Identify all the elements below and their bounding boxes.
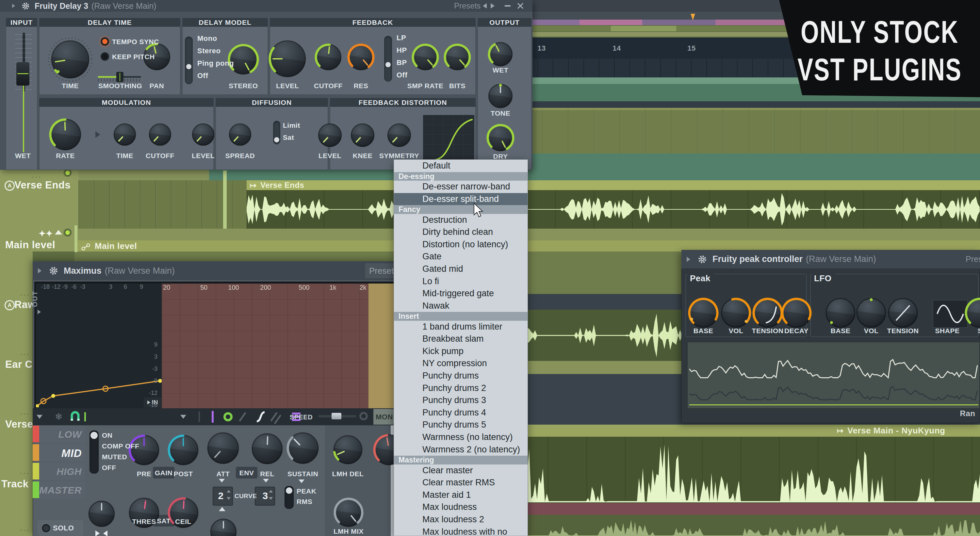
maximus-titlebar[interactable]: Maximus (Raw Verse Main) Presets (33, 261, 396, 280)
spread-knob[interactable] (225, 119, 255, 151)
menu-item[interactable]: Breakbeat slam (394, 333, 528, 345)
track-options-dots[interactable]: ... (31, 170, 41, 179)
att-stepper-arrows[interactable] (227, 490, 231, 493)
attack-knob[interactable] (204, 429, 243, 469)
peak-controller-titlebar[interactable]: Fruity peak controller (Raw Verse Main) … (681, 250, 980, 269)
overview-strip-2[interactable] (533, 26, 794, 31)
freeze-icon[interactable]: ❄ (55, 412, 62, 421)
track-options-dots[interactable]: ... (20, 347, 30, 357)
menu-item[interactable]: Dirty behind clean (394, 226, 528, 239)
menu-item[interactable]: Punchy drums 3 (394, 394, 528, 407)
menu-item[interactable]: Kick pump (394, 345, 528, 358)
pencil-tool-icon[interactable] (212, 411, 214, 423)
preset-next-icon[interactable] (491, 3, 495, 8)
delay-model-switch-ball[interactable] (186, 64, 191, 69)
menu-item[interactable]: Max loudness (394, 501, 528, 514)
smp-rate-knob[interactable] (408, 40, 442, 75)
toolbar-green-bar[interactable] (84, 412, 86, 421)
cutoff-knob[interactable] (311, 40, 345, 75)
menu-item[interactable]: Mid-triggered gate (394, 288, 528, 300)
track-options-dots[interactable]: ... (20, 406, 30, 416)
track-options-dots[interactable]: ... (20, 288, 30, 297)
menu-item[interactable]: Master aid 1 (394, 489, 528, 501)
bits-knob[interactable] (440, 40, 474, 75)
sustain-knob[interactable] (283, 429, 323, 469)
gear-icon[interactable] (21, 2, 30, 10)
menu-item[interactable]: Punchy drums 2 (394, 382, 528, 394)
symmetry-knob[interactable] (383, 119, 415, 152)
rate-knob[interactable] (46, 115, 85, 156)
menu-item[interactable]: Nawak (394, 300, 528, 312)
comp-state-switch-ball[interactable] (91, 432, 98, 439)
menu-item[interactable]: Distortion (no latency) (394, 239, 528, 251)
collapse-arrow-icon[interactable] (55, 230, 62, 234)
limit-sat-switch-ball[interactable] (274, 137, 279, 142)
overview-strip-1[interactable] (533, 20, 794, 25)
knee-knob[interactable] (347, 119, 378, 152)
release-knob[interactable] (248, 429, 286, 469)
lmh-mix-knob[interactable] (330, 494, 367, 532)
keep-pitch-radio[interactable] (100, 52, 109, 61)
plugin-menu-arrow-icon[interactable] (12, 4, 15, 8)
clip-header-verse-ends[interactable] (247, 180, 980, 191)
feedback-filter-switch-ball[interactable] (385, 62, 391, 67)
menu-item[interactable]: Punchy drums 5 (394, 419, 528, 431)
curve-stepper-up[interactable] (269, 490, 273, 493)
playhead-marker[interactable] (690, 14, 695, 20)
minimize-icon[interactable] (505, 5, 511, 6)
feedback-filter-switch[interactable] (384, 36, 392, 82)
track-options-dots[interactable]: ... (20, 523, 30, 533)
scurve-tool-icon[interactable] (254, 410, 267, 423)
feedback-level-knob[interactable] (265, 37, 310, 82)
menu-item[interactable]: Default (394, 160, 528, 172)
diffusion-level-knob[interactable] (188, 119, 218, 151)
menu-item[interactable]: Warmness 2 (no latency) (394, 444, 528, 456)
magnet-icon[interactable] (69, 411, 81, 423)
menu-item[interactable]: Destruction (394, 214, 528, 226)
att-fine-knob[interactable] (207, 515, 240, 536)
curve-stepper-dn[interactable] (269, 497, 273, 500)
plugin-menu-arrow-icon[interactable] (687, 257, 690, 262)
dist-level-knob[interactable] (314, 119, 345, 152)
post-gain-knob[interactable] (164, 431, 202, 470)
presets-button[interactable]: Presets (365, 263, 396, 278)
menu-item[interactable]: Punchy drums 4 (394, 407, 528, 419)
gear-icon[interactable] (697, 254, 707, 264)
menu-item[interactable]: Warmness (no latency) (394, 431, 528, 444)
att-stepper-arrows-dn[interactable] (227, 497, 231, 500)
speed-slider-thumb[interactable] (332, 413, 341, 419)
preset-prev-icon[interactable] (483, 3, 487, 8)
fruity-delay-titlebar[interactable]: Fruity Delay 3 (Raw Verse Main) Presets (0, 0, 533, 12)
gear-icon[interactable] (49, 266, 59, 276)
thres-knob[interactable] (125, 494, 163, 533)
menu-item[interactable]: Clear master RMS (394, 477, 528, 489)
presets-label[interactable]: Presets (454, 1, 480, 10)
tempo-sync-radio[interactable] (100, 37, 109, 46)
peak-rms-switch-ball[interactable] (286, 487, 293, 494)
menu-item[interactable]: Clear master (394, 464, 528, 477)
close-icon[interactable] (517, 3, 523, 9)
presets-label[interactable]: Presets (966, 254, 980, 264)
lmh-del-knob[interactable] (329, 431, 366, 469)
toolbar-circle-icon[interactable] (360, 412, 368, 420)
menu-item[interactable]: Max loudness 2 (394, 514, 528, 526)
menu-item[interactable]: Punchy drums (394, 370, 528, 382)
menu-item[interactable]: Gate (394, 251, 528, 263)
maximus-comp-curve[interactable] (36, 283, 162, 408)
delay-model-switch[interactable] (185, 37, 193, 84)
menu-item[interactable]: NY compression (394, 357, 528, 370)
mod-time-knob[interactable] (110, 119, 140, 151)
menu-item[interactable]: De-esser split-band (394, 193, 528, 205)
menu-item[interactable]: De-esser narrow-band (394, 181, 528, 193)
mod-cutoff-knob[interactable] (145, 119, 175, 151)
stereo-width-knob[interactable] (84, 497, 119, 532)
lfo-speed-knob[interactable] (961, 294, 980, 333)
menu-item[interactable]: Lo fi (394, 275, 528, 288)
plugin-menu-arrow-icon[interactable] (38, 268, 41, 274)
toolbar-dropdown-icon[interactable] (37, 415, 43, 419)
track-led-2[interactable] (64, 229, 71, 236)
maximus-spectrum[interactable] (162, 283, 394, 408)
menu-item[interactable]: 1 band drums limiter (394, 321, 528, 333)
ceil-knob[interactable] (164, 494, 202, 533)
pre-gain-knob[interactable] (125, 431, 163, 470)
